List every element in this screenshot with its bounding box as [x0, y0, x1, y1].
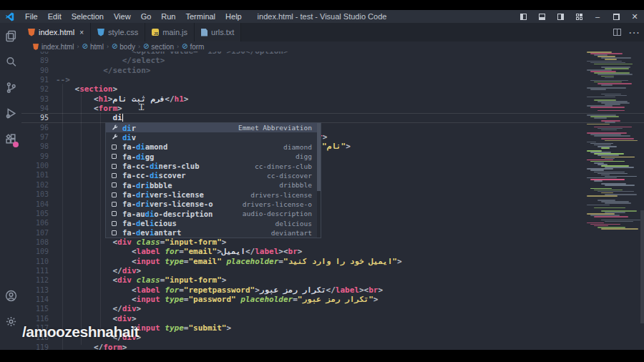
- suggest-item-fa-audio-description[interactable]: fa-audio-descriptionaudio-description: [106, 209, 321, 218]
- suggest-item-div[interactable]: div: [106, 132, 321, 142]
- code-editor[interactable]: 88 <option value= "150">150</option>89 <…: [21, 52, 644, 350]
- window-title: index.html - test - Visual Studio Code: [215, 12, 429, 21]
- code-line-114[interactable]: 114 <input type="password" placeholder="…: [21, 295, 644, 304]
- suggest-item-detail: dribbble: [279, 181, 312, 189]
- account-icon[interactable]: [0, 283, 21, 308]
- customize-layout-icon[interactable]: [570, 10, 588, 23]
- breadcrumb-item-file[interactable]: index.html: [32, 43, 74, 51]
- suggest-item-fa-delicious[interactable]: fa-deliciousdelicious: [106, 218, 321, 228]
- more-actions-icon[interactable]: ⋯: [628, 26, 640, 39]
- code-line-94[interactable]: 94 <form>: [21, 104, 644, 113]
- line-number: 109: [21, 247, 49, 256]
- line-number: 93: [21, 94, 49, 104]
- line-number: 113: [21, 285, 49, 295]
- emmet-wrench-icon: [112, 124, 122, 132]
- code-line-109[interactable]: 109 <label for="email">ایمیل</label><br>: [21, 247, 644, 256]
- explorer-icon[interactable]: [0, 23, 21, 49]
- code-line-113[interactable]: 113 <label for="repetpassword">تکرار رمز…: [21, 285, 644, 295]
- code-line-110[interactable]: 110 <input type="email" placeholder="ایم…: [21, 257, 644, 266]
- tab-index-html[interactable]: index.html×: [21, 23, 91, 41]
- chevron-right-icon: ›: [177, 43, 179, 50]
- suggest-item-detail: cc-discover: [267, 172, 312, 180]
- line-number: 101: [21, 170, 49, 180]
- suggest-item-fa-digg[interactable]: fa-diggdigg: [106, 152, 321, 161]
- suggest-item-fa-drivers-license[interactable]: fa-drivers-licensedrivers-license: [106, 190, 321, 199]
- code-line-108[interactable]: 108 <div class="input-form">: [21, 238, 644, 247]
- snippet-square-icon: [112, 182, 122, 187]
- code-line-90[interactable]: 90 </section>: [21, 66, 644, 75]
- code-line-91[interactable]: 91-->: [21, 75, 644, 84]
- breadcrumb-item-form[interactable]: ⊘form: [182, 43, 204, 51]
- suggest-scrollbar[interactable]: [317, 123, 321, 238]
- menu-item-selection[interactable]: Selection: [67, 10, 109, 23]
- source-control-icon[interactable]: [0, 74, 21, 100]
- suggest-item-fa-drivers-license-o[interactable]: fa-drivers-license-odrivers-license-o: [106, 200, 321, 209]
- element-symbol-icon: ⊘: [182, 43, 187, 50]
- suggest-item-detail: cc-diners-club: [255, 162, 312, 170]
- code-line-89[interactable]: 89 </select>: [21, 56, 644, 65]
- line-number: 102: [21, 180, 49, 190]
- breadcrumb-item-section[interactable]: ⊘section: [143, 43, 174, 51]
- window-controls: – ✕: [514, 10, 644, 23]
- txt-file-icon: [201, 29, 208, 36]
- chevron-right-icon: ›: [77, 43, 79, 50]
- menu-bar: FileEditSelectionViewGoRunTerminalHelp: [20, 10, 247, 23]
- menu-item-edit[interactable]: Edit: [43, 10, 67, 23]
- close-button[interactable]: ✕: [625, 10, 644, 23]
- suggest-item-detail: Emmet Abbreviation: [238, 124, 312, 132]
- code-line-111[interactable]: 111 </div>: [21, 266, 644, 275]
- line-number: 96: [21, 123, 49, 132]
- element-symbol-icon: ⊘: [82, 43, 88, 50]
- layout-sidebar-right-icon[interactable]: [551, 10, 570, 23]
- tab-urls-txt[interactable]: urls.txt: [195, 23, 241, 41]
- layout-sidebar-left-icon[interactable]: [514, 10, 532, 23]
- css-file-icon: [97, 29, 104, 36]
- mouse-ibeam-cursor: Ɪ: [139, 102, 144, 112]
- code-line-95[interactable]: 95 di: [21, 113, 644, 122]
- code-line-119[interactable]: 119 </form>: [21, 343, 644, 350]
- layout-panel-icon[interactable]: [532, 10, 551, 23]
- suggest-item-dir[interactable]: dirEmmet Abbreviation: [106, 123, 321, 132]
- code-line-92[interactable]: 92 <section>: [21, 84, 644, 94]
- editor-actions: ⋯: [613, 23, 640, 41]
- suggest-widget: dirEmmet Abbreviationdivfa-diamonddiamon…: [105, 122, 321, 238]
- suggest-item-detail: digg: [296, 152, 312, 160]
- menu-item-go[interactable]: Go: [136, 10, 157, 23]
- suggest-item-fa-diamond[interactable]: fa-diamonddiamond: [106, 142, 321, 152]
- minimap[interactable]: [585, 52, 638, 266]
- extensions-icon[interactable]: [0, 126, 21, 152]
- breadcrumb-item-body[interactable]: ⊘body: [112, 43, 135, 51]
- restore-button[interactable]: [607, 10, 625, 23]
- line-number: 105: [21, 209, 49, 218]
- suggest-item-fa-deviantart[interactable]: fa-deviantartdeviantart: [106, 228, 321, 238]
- code-line-93[interactable]: 93 <h1>فرم ثبت نام</h1>: [21, 94, 644, 104]
- chevron-right-icon: ›: [107, 43, 109, 50]
- split-editor-icon[interactable]: [613, 29, 621, 36]
- tab-main-js[interactable]: main.js: [145, 23, 195, 41]
- run-and-debug-icon[interactable]: [0, 100, 21, 126]
- tab-label: style.css: [108, 28, 138, 36]
- chevron-right-icon: ›: [138, 43, 140, 50]
- search-icon[interactable]: [0, 49, 21, 74]
- menu-item-run[interactable]: Run: [156, 10, 180, 23]
- watermark: /amoozeshnahait: [1, 322, 139, 341]
- element-symbol-icon: ⊘: [143, 43, 149, 50]
- minimize-button[interactable]: –: [588, 10, 607, 23]
- suggest-item-detail: drivers-license-o: [243, 200, 312, 208]
- code-line-112[interactable]: 112 <div class="input-form">: [21, 275, 644, 285]
- tab-close-icon[interactable]: ×: [79, 29, 84, 36]
- breadcrumb-item-html[interactable]: ⊘html: [82, 43, 104, 51]
- tab-style-css[interactable]: style.css: [91, 23, 145, 41]
- suggest-item-fa-cc-discover[interactable]: fa-cc-discovercc-discover: [106, 171, 321, 180]
- activity-bar: [0, 23, 21, 350]
- snippet-square-icon: [112, 221, 122, 226]
- editor-scrollbar[interactable]: [640, 210, 644, 323]
- menu-item-file[interactable]: File: [20, 10, 43, 23]
- line-number: 111: [21, 266, 49, 275]
- snippet-square-icon: [112, 154, 122, 159]
- settings-gear-icon[interactable]: [0, 308, 21, 334]
- menu-item-view[interactable]: View: [109, 10, 136, 23]
- code-line-115[interactable]: 115 </div>: [21, 304, 644, 313]
- suggest-item-fa-cc-diners-club[interactable]: fa-cc-diners-clubcc-diners-club: [106, 161, 321, 170]
- suggest-item-fa-dribbble[interactable]: fa-dribbbledribbble: [106, 180, 321, 190]
